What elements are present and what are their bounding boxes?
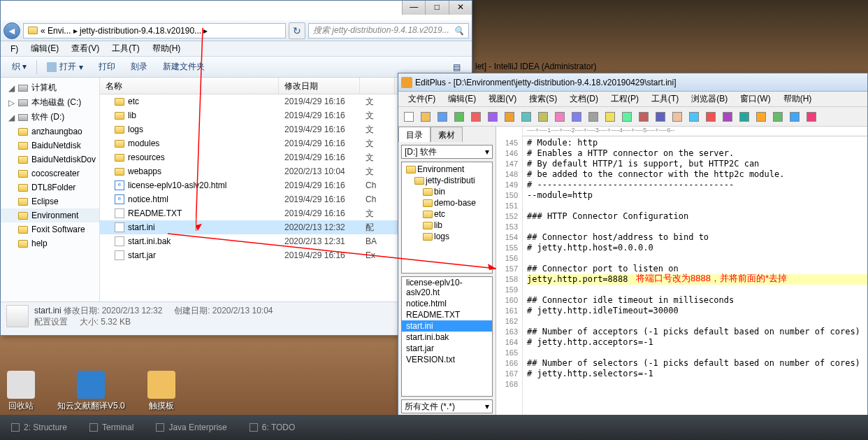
menu-item[interactable]: 查看(V) bbox=[66, 41, 105, 56]
side-file[interactable]: VERSION.txt bbox=[402, 354, 492, 365]
menu-item[interactable]: 工具(T) bbox=[106, 41, 145, 56]
search-input[interactable]: 搜索 jetty-distribution-9.4.18.v2019... 🔍 bbox=[308, 23, 469, 38]
toolbar-button[interactable] bbox=[670, 109, 685, 125]
col-type[interactable] bbox=[360, 78, 395, 94]
toolbar-button[interactable] bbox=[451, 109, 467, 125]
status-filename: start.ini bbox=[34, 306, 62, 315]
menu-item[interactable]: 搜索(S) bbox=[523, 92, 563, 106]
maximize-button[interactable]: □ bbox=[425, 1, 448, 15]
editplus-titlebar[interactable]: EditPlus - [D:\Environment\jetty-distrib… bbox=[398, 73, 867, 92]
toolbar-button[interactable] bbox=[804, 109, 819, 125]
col-name[interactable]: 名称 bbox=[100, 78, 279, 94]
menu-item[interactable]: 帮助(H) bbox=[778, 92, 818, 106]
print-button[interactable]: 打印 bbox=[92, 58, 122, 76]
toolbar-button[interactable] bbox=[435, 109, 450, 125]
sidebar-tree[interactable]: Environmentjetty-distributibindemo-basee… bbox=[401, 162, 493, 274]
tree-item[interactable]: Foxit Software bbox=[1, 222, 99, 236]
toolbar-button[interactable] bbox=[703, 109, 718, 125]
toolbar-button[interactable] bbox=[502, 109, 517, 125]
tree-item[interactable]: BaiduNetdisk bbox=[1, 139, 99, 152]
statusbar-item[interactable]: Java Enterprise bbox=[150, 420, 232, 435]
burn-button[interactable]: 刻录 bbox=[124, 58, 154, 76]
new-folder-button[interactable]: 新建文件夹 bbox=[156, 58, 212, 76]
open-button[interactable]: 打开 ▾ bbox=[40, 58, 90, 76]
toolbar-button[interactable] bbox=[619, 109, 635, 125]
col-date[interactable]: 修改日期 bbox=[279, 78, 360, 94]
address-input[interactable]: « Envi... ▸ jetty-distribution-9.4.18.v2… bbox=[23, 23, 286, 38]
menu-item[interactable]: 帮助(H) bbox=[147, 41, 187, 56]
tree-item[interactable]: ▷本地磁盘 (C:) bbox=[1, 95, 99, 110]
side-tree-item[interactable]: Environment bbox=[403, 164, 491, 175]
side-file[interactable]: start.ini.bak bbox=[402, 332, 492, 343]
menu-item[interactable]: F) bbox=[5, 43, 24, 55]
desktop-icon[interactable]: 知云文献翻译V5.0 bbox=[57, 371, 125, 412]
toolbar-button[interactable] bbox=[720, 109, 735, 125]
toolbar-button[interactable] bbox=[770, 109, 786, 125]
side-tree-item[interactable]: etc bbox=[403, 208, 491, 220]
toolbar-button[interactable] bbox=[586, 109, 601, 125]
statusbar-item[interactable]: Terminal bbox=[84, 420, 139, 435]
side-file[interactable]: start.ini bbox=[402, 320, 492, 332]
tab-directory[interactable]: 目录 bbox=[398, 127, 431, 142]
tree-item[interactable]: help bbox=[1, 236, 99, 250]
toolbar-button[interactable] bbox=[401, 109, 417, 125]
toolbar-button[interactable] bbox=[653, 109, 668, 125]
tree-item[interactable]: ◢软件 (D:) bbox=[1, 110, 99, 125]
minimize-button[interactable]: — bbox=[402, 1, 425, 15]
tree-item[interactable]: BaiduNetdiskDov bbox=[1, 152, 99, 166]
side-tree-item[interactable]: logs bbox=[403, 231, 491, 242]
code-editor[interactable]: ----+----1----+----2----+----3----+----4… bbox=[496, 127, 867, 416]
side-file[interactable]: start.jar bbox=[402, 343, 492, 354]
side-file[interactable]: notice.html bbox=[402, 298, 492, 309]
side-tree-item[interactable]: bin bbox=[403, 186, 491, 197]
close-button[interactable]: ✕ bbox=[449, 1, 472, 15]
tree-item[interactable]: DTL8Folder bbox=[1, 180, 99, 194]
side-file[interactable]: license-eplv10-aslv20.ht bbox=[402, 277, 492, 298]
refresh-button[interactable]: ↻ bbox=[289, 22, 305, 39]
desktop-icon[interactable]: 触摸板 bbox=[147, 371, 175, 412]
tree-item[interactable]: ◢计算机 bbox=[1, 80, 99, 95]
toolbar-button[interactable] bbox=[737, 109, 752, 125]
organize-button[interactable]: 织 ▾ bbox=[5, 58, 34, 76]
toolbar-button[interactable] bbox=[519, 109, 534, 125]
tree-item[interactable]: cocoscreater bbox=[1, 166, 99, 180]
statusbar-item[interactable]: 6: TODO bbox=[244, 420, 301, 435]
menu-item[interactable]: 视图(V) bbox=[483, 92, 522, 106]
toolbar-button[interactable] bbox=[552, 109, 567, 125]
desktop-icon[interactable]: 回收站 bbox=[7, 371, 35, 412]
sidebar-files[interactable]: license-eplv10-aslv20.htnotice.htmlREADM… bbox=[401, 276, 493, 397]
toolbar-button[interactable] bbox=[636, 109, 651, 125]
menu-item[interactable]: 文件(F) bbox=[403, 92, 441, 106]
side-tree-item[interactable]: demo-base bbox=[403, 197, 491, 208]
menu-item[interactable]: 浏览器(B) bbox=[686, 92, 733, 106]
statusbar-item[interactable]: 2: Structure bbox=[6, 420, 73, 435]
back-button[interactable]: ◄ bbox=[3, 22, 20, 39]
toolbar-button[interactable] bbox=[535, 109, 551, 125]
toolbar-button[interactable] bbox=[468, 109, 484, 125]
tree-panel[interactable]: ◢计算机▷本地磁盘 (C:)◢软件 (D:)anzhaungbaoBaiduNe… bbox=[1, 78, 100, 301]
toolbar-button[interactable] bbox=[485, 109, 500, 125]
menu-item[interactable]: 窗口(W) bbox=[735, 92, 776, 106]
code-area[interactable]: # Module: http# Enables a HTTP connector… bbox=[523, 127, 867, 416]
toolbar-button[interactable] bbox=[569, 109, 584, 125]
toolbar-button[interactable] bbox=[753, 109, 769, 125]
tree-item[interactable]: Eclipse bbox=[1, 194, 99, 208]
menu-item[interactable]: 工具(T) bbox=[646, 92, 684, 106]
toolbar-button[interactable] bbox=[787, 109, 802, 125]
file-filter[interactable]: 所有文件 (*.*)▾ bbox=[401, 399, 493, 413]
menu-item[interactable]: 编辑(E) bbox=[25, 41, 64, 56]
tab-cliptext[interactable]: 素材 bbox=[431, 127, 463, 142]
tree-item[interactable]: anzhaungbao bbox=[1, 125, 99, 139]
menu-item[interactable]: 编辑(E) bbox=[442, 92, 482, 106]
side-tree-item[interactable]: lib bbox=[403, 220, 491, 231]
toolbar-button[interactable] bbox=[418, 109, 433, 125]
menu-item[interactable]: 工程(P) bbox=[605, 92, 644, 106]
toolbar-button[interactable] bbox=[602, 109, 618, 125]
drive-select[interactable]: [D:] 软件▾ bbox=[401, 145, 493, 159]
side-file[interactable]: README.TXT bbox=[402, 309, 492, 320]
side-tree-item[interactable]: jetty-distributi bbox=[403, 175, 491, 186]
menu-item[interactable]: 文档(D) bbox=[564, 92, 604, 106]
toolbar-button[interactable] bbox=[686, 109, 702, 125]
address-text: « Envi... ▸ jetty-distribution-9.4.18.v2… bbox=[41, 26, 208, 36]
tree-item[interactable]: Environment bbox=[1, 208, 99, 222]
